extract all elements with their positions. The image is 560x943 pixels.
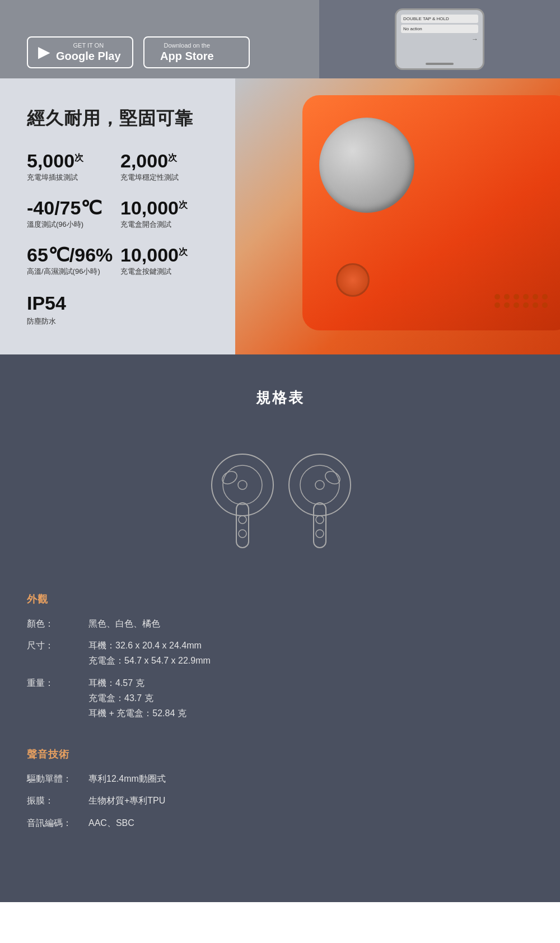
spec-value-2: -40/75℃ bbox=[27, 198, 115, 217]
spec-label-2: 溫度測試(96小時) bbox=[27, 220, 115, 230]
svg-point-4 bbox=[223, 465, 262, 505]
ip-value: IP54 bbox=[27, 292, 208, 314]
spec-val-0-1: 耳機：32.6 x 20.4 x 24.4mm充電盒：54.7 x 54.7 x… bbox=[88, 638, 533, 668]
svg-rect-7 bbox=[314, 503, 326, 548]
spec-row-1-1: 振膜：生物材質+專利TPU bbox=[27, 793, 533, 808]
spec-key-1-2: 音訊編碼： bbox=[27, 815, 88, 830]
store-buttons: ▶ GET IT ON Google Play Download on the … bbox=[27, 36, 250, 68]
spec-row-0-1: 尺寸：耳機：32.6 x 20.4 x 24.4mm充電盒：54.7 x 54.… bbox=[27, 638, 533, 668]
spec-key-1-1: 振膜： bbox=[27, 793, 88, 808]
phone-mockup-area: DOUBLE TAP & HOLD → No action bbox=[319, 0, 560, 78]
specs-section: 規格表 bbox=[0, 354, 560, 902]
spec-val-1-0: 專利12.4mm動圈式 bbox=[88, 771, 533, 786]
spec-val-0-0: 黑色、白色、橘色 bbox=[88, 616, 533, 631]
app-store-button[interactable]: Download on the App Store bbox=[143, 36, 250, 68]
spec-label-5: 充電盒按鍵測試 bbox=[120, 267, 208, 277]
google-play-button[interactable]: ▶ GET IT ON Google Play bbox=[27, 36, 133, 68]
google-play-icon: ▶ bbox=[38, 44, 50, 60]
spec-item-2: -40/75℃ 溫度測試(96小時) bbox=[27, 198, 115, 230]
spec-row-0-0: 顏色：黑色、白色、橘色 bbox=[27, 616, 533, 631]
spec-row-1-2: 音訊編碼：AAC、SBC bbox=[27, 815, 533, 830]
phone-mockup: DOUBLE TAP & HOLD → No action bbox=[395, 8, 484, 70]
spec-val-1-2: AAC、SBC bbox=[88, 815, 533, 830]
spec-label-4: 高溫/高濕測試(96小時) bbox=[27, 267, 115, 277]
phone-home-bar bbox=[426, 63, 454, 65]
durability-section: 經久耐用，堅固可靠 5,000次 充電埠插拔測試 2,000次 充電埠穩定性測試… bbox=[0, 78, 560, 354]
svg-rect-0 bbox=[236, 503, 249, 548]
specs-section-title: 規格表 bbox=[27, 388, 533, 408]
svg-point-8 bbox=[316, 516, 324, 524]
spec-value-5: 10,000次 bbox=[120, 245, 208, 264]
spec-val-0-2: 耳機：4.57 克充電盒：43.7 克耳機 + 充電盒：52.84 克 bbox=[88, 675, 533, 721]
spec-item-4: 65℃/96% 高溫/高濕測試(96小時) bbox=[27, 245, 115, 277]
durability-title: 經久耐用，堅固可靠 bbox=[27, 106, 208, 131]
earbuds-illustration bbox=[27, 436, 533, 559]
svg-point-2 bbox=[239, 530, 246, 538]
spec-item-3: 10,000次 充電盒開合測試 bbox=[120, 198, 208, 230]
orange-case bbox=[302, 95, 560, 330]
svg-point-6 bbox=[238, 480, 247, 489]
spec-value-1: 2,000次 bbox=[120, 151, 208, 170]
spec-value-4: 65℃/96% bbox=[27, 245, 115, 264]
durability-image-area bbox=[235, 78, 560, 354]
spec-label-3: 充電盒開合測試 bbox=[120, 220, 208, 230]
spec-key-0-2: 重量： bbox=[27, 675, 88, 690]
app-store-pre-label: Download on the bbox=[160, 42, 214, 49]
spec-key-1-0: 驅動單體： bbox=[27, 771, 88, 786]
phone-screen-line1: DOUBLE TAP & HOLD → bbox=[401, 15, 478, 23]
svg-point-3 bbox=[212, 454, 273, 516]
top-section: ▶ GET IT ON Google Play Download on the … bbox=[0, 0, 560, 78]
svg-point-9 bbox=[316, 530, 324, 538]
spec-value-3: 10,000次 bbox=[120, 198, 208, 217]
svg-point-1 bbox=[239, 516, 246, 524]
spec-category-0: 外觀顏色：黑色、白色、橘色尺寸：耳機：32.6 x 20.4 x 24.4mm充… bbox=[27, 592, 533, 721]
spec-category-1: 聲音技術驅動單體：專利12.4mm動圈式振膜：生物材質+專利TPU音訊編碼：AA… bbox=[27, 748, 533, 830]
ip-row: IP54 防塵防水 bbox=[27, 292, 208, 326]
spec-row-0-2: 重量：耳機：4.57 克充電盒：43.7 克耳機 + 充電盒：52.84 克 bbox=[27, 675, 533, 721]
svg-point-13 bbox=[315, 480, 324, 489]
google-play-label: Google Play bbox=[56, 49, 121, 63]
case-circle-small bbox=[336, 263, 370, 297]
svg-point-10 bbox=[289, 454, 351, 516]
spec-item-0: 5,000次 充電埠插拔測試 bbox=[27, 151, 115, 183]
spec-value-0: 5,000次 bbox=[27, 151, 115, 170]
svg-point-11 bbox=[300, 465, 339, 505]
spec-item-5: 10,000次 充電盒按鍵測試 bbox=[120, 245, 208, 277]
specs-grid: 5,000次 充電埠插拔測試 2,000次 充電埠穩定性測試 -40/75℃ 溫… bbox=[27, 151, 208, 277]
phone-screen-line2: No action bbox=[401, 25, 478, 33]
spec-key-0-0: 顏色： bbox=[27, 616, 88, 631]
case-dots bbox=[494, 294, 549, 308]
spec-label-1: 充電埠穩定性測試 bbox=[120, 172, 208, 183]
spec-val-1-1: 生物材質+專利TPU bbox=[88, 793, 533, 808]
spec-label-0: 充電埠插拔測試 bbox=[27, 172, 115, 183]
case-circle-large bbox=[319, 118, 414, 213]
google-play-pre-label: GET IT ON bbox=[56, 42, 121, 49]
spec-row-1-0: 驅動單體：專利12.4mm動圈式 bbox=[27, 771, 533, 786]
spec-key-0-1: 尺寸： bbox=[27, 638, 88, 653]
spec-categories-container: 外觀顏色：黑色、白色、橘色尺寸：耳機：32.6 x 20.4 x 24.4mm充… bbox=[27, 592, 533, 830]
app-store-label: App Store bbox=[160, 49, 214, 63]
durability-content: 經久耐用，堅固可靠 5,000次 充電埠插拔測試 2,000次 充電埠穩定性測試… bbox=[0, 78, 235, 354]
spec-item-1: 2,000次 充電埠穩定性測試 bbox=[120, 151, 208, 183]
spec-category-title-1: 聲音技術 bbox=[27, 748, 533, 761]
ip-label: 防塵防水 bbox=[27, 316, 208, 326]
earbuds-svg bbox=[196, 436, 364, 559]
spec-category-title-0: 外觀 bbox=[27, 592, 533, 606]
